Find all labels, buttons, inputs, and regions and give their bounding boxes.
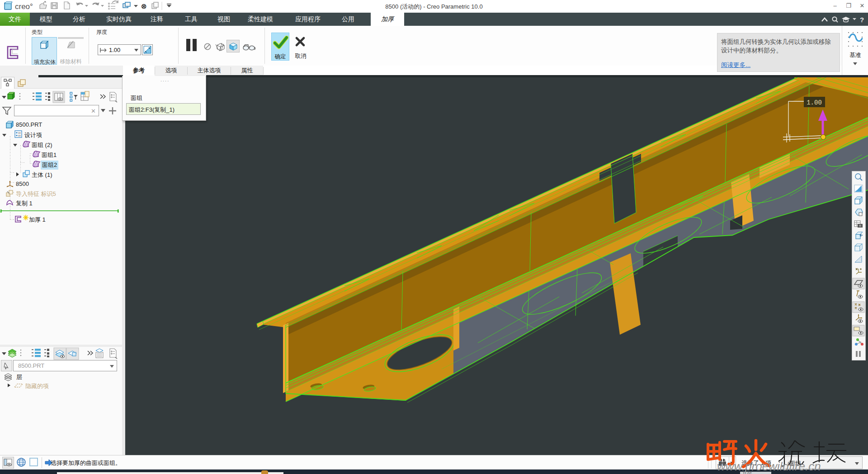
svg-text:www.proewildfire.cn: www.proewildfire.cn — [717, 460, 821, 473]
svg-text:?: ? — [860, 16, 864, 24]
svg-text:⊗: ⊗ — [141, 2, 147, 10]
svg-text:1.00: 1.00 — [807, 99, 822, 106]
svg-text:creo°: creo° — [15, 2, 33, 11]
